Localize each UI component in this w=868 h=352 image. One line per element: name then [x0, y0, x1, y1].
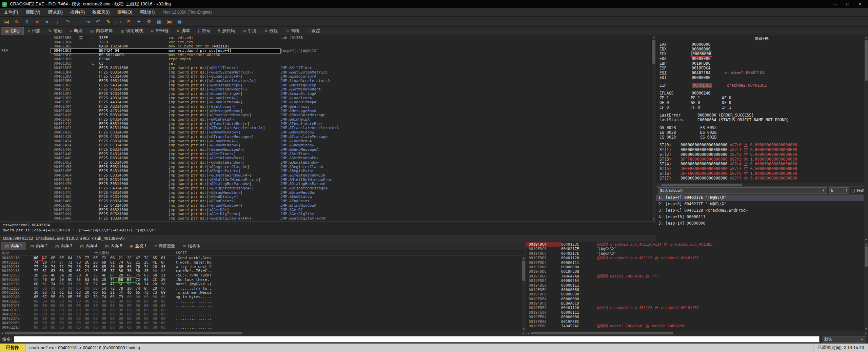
dump-byte[interactable]: 63 — [85, 278, 93, 282]
dump-byte[interactable]: 2D — [153, 282, 161, 287]
argument-row[interactable]: 5: [esp+14] 00000000 — [656, 220, 868, 227]
dump-byte[interactable]: 00 — [110, 304, 119, 308]
hide-fpu-button[interactable]: 隐藏FPU — [755, 36, 770, 41]
disasm-row[interactable]: 00401470FF25 F0314000jmp dword ptr ds:[<… — [0, 182, 651, 186]
dump-byte[interactable]: 3A — [144, 282, 153, 287]
dump-byte[interactable]: 65 — [59, 282, 68, 287]
run-icon[interactable]: ► — [43, 17, 52, 26]
dump-byte[interactable]: 65 — [153, 256, 161, 261]
register-value[interactable]: 00000246 — [692, 91, 710, 96]
dump-byte[interactable]: 00 — [51, 299, 59, 304]
stack-vscrollbar[interactable]: ▲ ▼ — [864, 242, 868, 331]
dump-byte[interactable]: 20 — [102, 278, 110, 282]
tab-dump-2[interactable]: ▤内存 2 — [26, 242, 51, 250]
tab-seh[interactable]: ∞SEH链 — [147, 27, 172, 35]
st-hex-value[interactable]: 00000000000000000000 — [680, 147, 727, 152]
dump-byte[interactable]: 74 — [119, 261, 127, 265]
dump-byte[interactable]: 00 — [153, 299, 161, 304]
argument-count-spinner[interactable]: 5 ▲▼ — [829, 187, 849, 194]
stack-row[interactable]: 0019FDF400000000 — [526, 297, 868, 301]
dump-byte[interactable]: 00 — [102, 326, 110, 330]
dump-byte[interactable]: 00 — [93, 326, 102, 330]
st-hex-value[interactable]: 00000000000000000000 — [680, 143, 727, 147]
scroll-left-icon[interactable]: ◄ — [656, 183, 660, 187]
disasm-row[interactable]: 00401440FF25 D0314000jmp dword ptr ds:[<… — [0, 148, 651, 152]
disasm-row[interactable]: 004013CDL.C3ret — [0, 62, 651, 66]
tab-dump-3[interactable]: ▤内存 3 — [52, 242, 76, 250]
dump-byte[interactable]: 47 — [110, 282, 119, 287]
stack-row[interactable]: 0019FDE400080764 — [526, 278, 868, 283]
dump-byte[interactable]: 00 — [34, 326, 42, 330]
dump-byte[interactable]: 00 — [119, 304, 127, 308]
registers-hscrollbar[interactable]: ◄ ► — [656, 183, 868, 186]
dump-byte[interactable]: 2C — [127, 256, 136, 261]
dump-byte[interactable]: 6F — [161, 261, 170, 265]
dump-byte[interactable]: 00 — [161, 321, 170, 326]
tab-symbols[interactable]: ƒ符号 — [194, 27, 214, 35]
dump-byte[interactable]: 00 — [136, 321, 144, 326]
dump-byte[interactable]: 61 — [42, 282, 51, 287]
register-value[interactable]: 00000006 — [692, 51, 712, 56]
register-value[interactable]: 00000000 — [692, 56, 710, 61]
dump-byte[interactable]: 00 — [59, 299, 68, 304]
disasm-row[interactable]: 0040148EFF25 04324000jmp dword ptr ds:[<… — [0, 204, 651, 208]
calculator-icon[interactable]: ▦ — [155, 17, 164, 26]
register-value[interactable]: 0019FDC4 — [692, 66, 710, 70]
tab-dump-4[interactable]: ▤内存 4 — [76, 242, 101, 250]
dump-byte[interactable]: 00 — [144, 326, 153, 330]
dump-byte[interactable]: 00 — [136, 304, 144, 308]
dump-byte[interactable]: 00 — [102, 299, 110, 304]
info-icon[interactable]: ◉ — [175, 17, 184, 26]
flag-tf[interactable]: TF 0 — [691, 105, 722, 110]
dump-byte[interactable]: 00 — [144, 304, 153, 308]
disasm-row[interactable]: 004013DAFF25 8C314000jmp dword ptr ds:[<… — [0, 75, 651, 79]
menu-item[interactable]: 插件(P) — [66, 9, 88, 15]
dump-byte[interactable]: 72 — [144, 256, 153, 261]
disasm-row[interactable]: 004013E6FF25 94314000jmp dword ptr ds:[<… — [0, 83, 651, 88]
dump-byte[interactable]: 00 — [85, 299, 93, 304]
disasm-row[interactable]: 0040146AFF25 EC314000jmp dword ptr ds:[<… — [0, 178, 651, 182]
menu-item[interactable]: 调试(D) — [44, 9, 66, 15]
dump-byte[interactable]: 00 — [119, 326, 127, 330]
disasm-row[interactable]: 004013E0FF25 90314000jmp dword ptr ds:[<… — [0, 79, 651, 83]
dump-byte[interactable]: 00 — [51, 321, 59, 326]
dump-byte[interactable]: 00 — [68, 304, 76, 308]
stack-row[interactable]: 0019FE0C74D452AC返回到 user32.74D452AC 自 us… — [526, 324, 868, 328]
eip-value[interactable]: 004013C2 — [692, 83, 712, 88]
dump-byte[interactable]: 61 — [110, 261, 119, 265]
dump-byte[interactable]: 72 — [102, 256, 110, 261]
tab-threads[interactable]: ⇅线程 — [260, 27, 281, 35]
stack-row[interactable]: 0019FDD800000000 — [526, 265, 868, 269]
dump-byte[interactable]: 00 — [42, 304, 51, 308]
st-hex-value[interactable]: 3FFF8000000000000000 — [680, 157, 727, 162]
tab-watch-1[interactable]: ◉监视 1 — [126, 242, 151, 250]
argument-row[interactable]: 4: [esp+10] 00000111 — [656, 214, 868, 220]
dump-byte[interactable]: 00 — [85, 304, 93, 308]
dump-byte[interactable]: 00 — [102, 304, 110, 308]
flag-if[interactable]: IF 1 — [722, 105, 753, 110]
dump-byte[interactable]: 00 — [34, 278, 42, 282]
disasm-row[interactable]: 00401404FF25 A8314000jmp dword ptr ds:[<… — [0, 105, 651, 109]
dump-byte[interactable]: 47 — [136, 256, 144, 261]
stack-row[interactable]: 0019FDF8DCBAABCD — [526, 301, 868, 306]
dump-byte[interactable]: 2C — [144, 261, 153, 265]
dump-byte[interactable]: 6B — [110, 256, 119, 261]
disasm-row[interactable]: 0040144CFF25 D8314000jmp dword ptr ds:[<… — [0, 156, 651, 161]
flag-cf[interactable]: CF 0 — [659, 105, 691, 110]
open-folder-icon[interactable]: ▤ — [2, 17, 11, 26]
dump-byte[interactable]: 72 — [136, 278, 144, 282]
dump-byte[interactable]: 00 — [59, 326, 68, 330]
dump-byte[interactable]: 5C — [127, 282, 136, 287]
st-hex-value[interactable]: 00000000000000000000 — [680, 162, 727, 166]
script-engine-select[interactable]: 默认 ▼ — [822, 336, 866, 343]
tab-script[interactable]: ≣脚本 — [173, 27, 194, 35]
dump-byte[interactable]: 00 — [161, 299, 170, 304]
disasm-row[interactable]: 004013BA.33C9xor ecx,ecx — [0, 40, 651, 45]
dump-byte[interactable]: 4E — [42, 278, 51, 282]
stack-row[interactable]: 0019FDCC0040217E"|W@G\\X" — [526, 251, 868, 256]
dump-byte[interactable]: 00 — [110, 299, 119, 304]
segment-ds[interactable]: DS 002B — [700, 130, 741, 135]
tab-call-stack[interactable]: ▥调用堆栈 — [117, 27, 147, 35]
dump-byte[interactable]: 00 — [85, 326, 93, 330]
disasm-row[interactable]: 00401422FF25 BC314000jmp dword ptr ds:[<… — [0, 126, 651, 130]
